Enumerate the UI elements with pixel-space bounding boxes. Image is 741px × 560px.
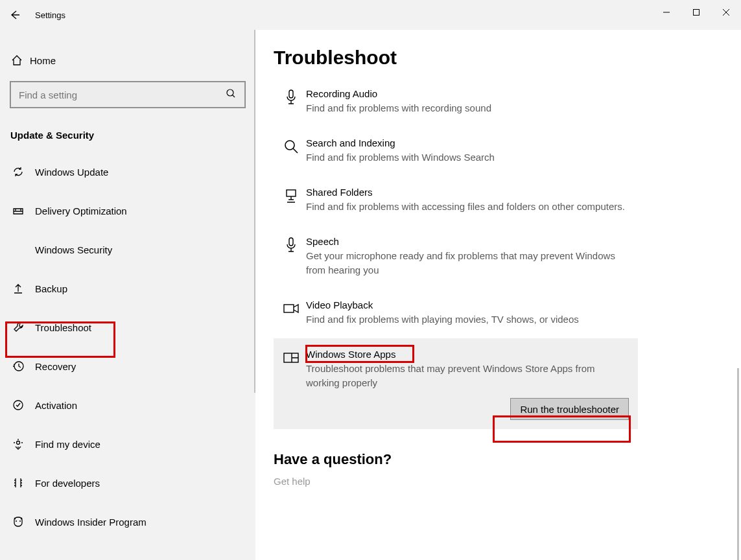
svg-rect-0 [694, 10, 700, 16]
clock-icon [12, 360, 35, 373]
magnifier-icon [276, 136, 306, 165]
sidebar-item-find-my-device[interactable]: Find my device [0, 425, 255, 463]
ts-item-title: Recording Audio [306, 87, 631, 101]
sidebar-item-label: Windows Insider Program [35, 517, 147, 528]
ts-item-desc: Find and fix problems with Windows Searc… [306, 150, 631, 165]
maximize-button[interactable] [681, 0, 711, 25]
refresh-icon [12, 165, 35, 178]
sidebar-item-delivery-optimization[interactable]: Delivery Optimization [0, 191, 255, 230]
developer-icon [12, 476, 35, 489]
ts-item-title: Speech [306, 235, 631, 249]
ts-item-speech[interactable]: Speech Get your microphone ready and fix… [274, 226, 638, 289]
ts-item-desc: Find and fix problems with accessing fil… [306, 200, 631, 214]
back-button[interactable] [0, 0, 30, 30]
search-icon [226, 88, 236, 100]
shared-folder-icon [276, 185, 306, 214]
ts-item-title: Windows Store Apps [306, 347, 631, 362]
have-a-question-title: Have a question? [274, 451, 741, 468]
sidebar-item-windows-insider[interactable]: Windows Insider Program [0, 502, 255, 541]
sidebar-item-label: For developers [35, 478, 100, 489]
ts-item-video-playback[interactable]: Video Playback Find and fix problems wit… [274, 289, 638, 338]
microphone-icon [276, 87, 306, 115]
ts-item-title: Video Playback [306, 298, 631, 312]
svg-point-6 [285, 141, 294, 150]
main-content: Troubleshoot Recording Audio Find and fi… [255, 30, 741, 560]
delivery-icon [12, 204, 35, 217]
ts-item-search-indexing[interactable]: Search and Indexing Find and fix problem… [274, 127, 638, 176]
sidebar-home[interactable]: Home [0, 43, 255, 78]
ts-item-title: Shared Folders [306, 185, 631, 200]
ts-item-desc: Get your microphone ready and fix proble… [306, 249, 631, 277]
search-input[interactable] [10, 82, 245, 108]
sidebar-item-label: Windows Update [35, 167, 108, 178]
store-app-icon [276, 347, 306, 390]
sidebar-section-label: Update & Security [0, 114, 255, 152]
ts-item-desc: Troubleshoot problems that may prevent W… [306, 362, 631, 390]
svg-rect-7 [287, 190, 296, 196]
main-scrollbar[interactable] [737, 368, 739, 560]
run-troubleshooter-button[interactable]: Run the troubleshooter [510, 398, 629, 420]
check-circle-icon [12, 399, 35, 412]
shield-icon [12, 243, 35, 256]
sidebar-item-label: Recovery [35, 361, 76, 372]
search-wrap [10, 82, 245, 108]
get-help-link[interactable]: Get help [274, 476, 741, 487]
svg-rect-8 [289, 238, 293, 246]
titlebar: Settings [0, 0, 741, 30]
ts-item-desc: Find and fix problems with recording sou… [306, 101, 631, 115]
wrench-icon [12, 321, 35, 334]
sidebar-nav: Windows Update Delivery Optimization Win… [0, 152, 255, 541]
sidebar-item-label: Windows Security [35, 244, 112, 255]
window-title: Settings [30, 10, 652, 20]
sidebar: Home Update & Security Windows Update De… [0, 30, 255, 560]
microphone-icon [276, 235, 306, 277]
ts-item-recording-audio[interactable]: Recording Audio Find and fix problems wi… [274, 78, 638, 127]
ts-item-shared-folders[interactable]: Shared Folders Find and fix problems wit… [274, 176, 638, 226]
close-button[interactable] [711, 0, 741, 25]
ninja-cat-icon [12, 515, 35, 528]
sidebar-home-label: Home [30, 55, 56, 66]
sidebar-item-label: Delivery Optimization [35, 205, 127, 216]
sidebar-item-label: Troubleshoot [35, 322, 91, 333]
backup-icon [12, 282, 35, 295]
sidebar-item-label: Activation [35, 400, 77, 411]
sidebar-item-label: Find my device [35, 439, 100, 450]
home-icon [10, 54, 30, 67]
sidebar-item-windows-security[interactable]: Windows Security [0, 230, 255, 269]
ts-item-title: Search and Indexing [306, 136, 631, 150]
window-controls [652, 0, 741, 30]
page-title: Troubleshoot [274, 47, 741, 69]
sidebar-item-recovery[interactable]: Recovery [0, 347, 255, 386]
minimize-button[interactable] [652, 0, 681, 25]
troubleshoot-list: Recording Audio Find and fix problems wi… [274, 78, 638, 429]
sidebar-item-label: Backup [35, 283, 67, 294]
sidebar-item-windows-update[interactable]: Windows Update [0, 152, 255, 191]
find-device-icon [12, 438, 35, 450]
svg-rect-5 [289, 90, 293, 98]
run-button-label: Run the troubleshooter [520, 404, 619, 415]
sidebar-item-backup[interactable]: Backup [0, 269, 255, 308]
video-icon [276, 298, 306, 327]
sidebar-item-activation[interactable]: Activation [0, 386, 255, 425]
sidebar-item-for-developers[interactable]: For developers [0, 463, 255, 502]
svg-point-4 [17, 441, 20, 445]
ts-item-windows-store-apps[interactable]: Windows Store Apps Troubleshoot problems… [274, 338, 638, 429]
svg-rect-9 [284, 305, 294, 312]
sidebar-item-troubleshoot[interactable]: Troubleshoot [0, 308, 255, 347]
ts-item-desc: Find and fix problems with playing movie… [306, 312, 631, 327]
